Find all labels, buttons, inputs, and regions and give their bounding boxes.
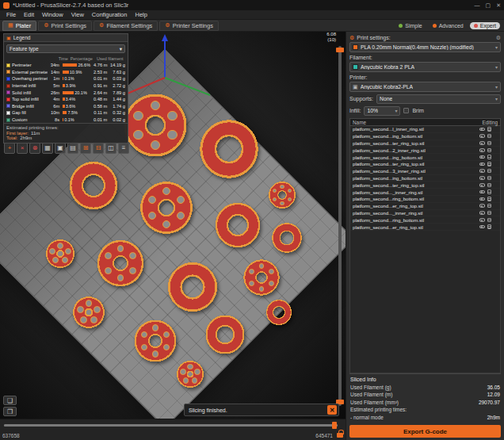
eye-icon[interactable] xyxy=(479,134,485,138)
3d-viewport[interactable]: ▣ Legend Feature type▾ Time Percentage U… xyxy=(0,32,346,419)
supports-dropdown[interactable]: None ▾ xyxy=(376,94,501,104)
model-bearing[interactable] xyxy=(242,258,281,297)
remove-instance-icon[interactable]: ⊟ xyxy=(93,143,104,154)
move-slider[interactable] xyxy=(4,424,338,427)
object-list-row[interactable]: platform_second...ing_bottom.stl xyxy=(350,133,500,140)
object-list-row[interactable]: platform_second...3_inner_ring.stl xyxy=(350,168,500,175)
object-list-row[interactable]: platform_second...ter_ring_top.stl xyxy=(350,182,500,189)
print-settings-dropdown[interactable]: PLA 0.20mm Normal(0.4mm Nozzle) (modifie… xyxy=(349,42,501,52)
edit-settings-icon[interactable] xyxy=(487,162,492,166)
editor-view-icon[interactable]: ❏ xyxy=(3,396,17,405)
tab-filament-settings[interactable]: ⚙Filament Settings xyxy=(94,21,158,31)
object-list-row[interactable]: platform_second...er_ring_top.stl xyxy=(350,203,500,210)
minimize-button[interactable]: — xyxy=(475,2,480,9)
menu-configuration[interactable]: Configuration xyxy=(88,11,132,18)
model-ring[interactable] xyxy=(204,314,246,355)
model-bearing[interactable] xyxy=(268,181,296,209)
preview-view-icon[interactable]: ❐ xyxy=(3,407,17,416)
edit-settings-icon[interactable] xyxy=(487,183,492,188)
eye-icon[interactable] xyxy=(479,204,485,208)
eye-icon[interactable] xyxy=(479,148,485,152)
delete-icon[interactable]: × xyxy=(17,143,28,154)
model-ring[interactable] xyxy=(265,299,292,326)
eye-icon[interactable] xyxy=(479,211,485,215)
edit-settings-icon[interactable] xyxy=(487,189,492,194)
print-settings-gear-icon[interactable]: ⚙ xyxy=(496,35,501,41)
model-bearing[interactable] xyxy=(122,92,189,159)
layer-slider-top-handle[interactable] xyxy=(336,48,344,52)
eye-icon[interactable] xyxy=(479,128,485,132)
tab-printer-settings[interactable]: ⚙Printer Settings xyxy=(159,21,219,31)
eye-icon[interactable] xyxy=(479,155,485,159)
edit-settings-icon[interactable] xyxy=(487,127,492,132)
eye-icon[interactable] xyxy=(479,183,485,187)
model-ring[interactable] xyxy=(271,222,303,254)
eye-icon[interactable] xyxy=(479,141,485,145)
tab-plater[interactable]: ▦Plater xyxy=(2,21,36,31)
printer-dropdown[interactable]: ▣ Anycubic Kobra2-PLA ▾ xyxy=(349,82,501,92)
tab-print-settings[interactable]: ⚙Print Settings xyxy=(38,21,92,31)
menu-window[interactable]: Window xyxy=(38,11,67,18)
eye-icon[interactable] xyxy=(479,176,485,180)
layer-slider[interactable] xyxy=(338,46,342,406)
move-slider-handle[interactable] xyxy=(332,422,337,429)
edit-settings-icon[interactable] xyxy=(487,197,492,201)
maximize-button[interactable]: ▢ xyxy=(486,2,491,9)
lock-icon[interactable] xyxy=(337,433,343,438)
object-list-row[interactable]: platform_second...ring_bottom.stl xyxy=(350,196,500,203)
eye-icon[interactable] xyxy=(479,218,485,222)
object-list-row[interactable]: platform_second...l_inner_ring.stl xyxy=(350,126,500,133)
mode-advanced[interactable]: Advanced xyxy=(429,22,468,29)
toast-close-button[interactable]: ✕ xyxy=(327,405,337,415)
edit-settings-icon[interactable] xyxy=(487,218,492,223)
menu-view[interactable]: View xyxy=(67,11,88,18)
edit-settings-icon[interactable] xyxy=(487,148,492,153)
model-flower[interactable] xyxy=(45,239,75,269)
object-list-row[interactable]: platform_second...ing_bottom.stl xyxy=(350,175,500,182)
split-objects-icon[interactable]: ◫ xyxy=(105,143,116,154)
infill-dropdown[interactable]: 10% ▾ xyxy=(364,106,400,116)
model-bearing[interactable] xyxy=(96,239,145,288)
model-bearing[interactable] xyxy=(133,319,178,363)
object-list-row[interactable]: platform_second..._inner_ring.stl xyxy=(350,189,500,196)
object-list-row[interactable]: platform_second...2_inner_ring.stl xyxy=(350,147,500,154)
add-instance-icon[interactable]: ⊞ xyxy=(80,143,91,154)
edit-settings-icon[interactable] xyxy=(487,141,492,146)
object-list[interactable]: platform_second...l_inner_ring.stlplatfo… xyxy=(349,126,501,373)
model-ring[interactable] xyxy=(214,201,262,249)
model-flower[interactable] xyxy=(176,360,204,388)
edit-settings-icon[interactable] xyxy=(487,169,492,174)
object-list-row[interactable]: platform_second...er_ring_top.stl xyxy=(350,224,500,231)
export-gcode-button[interactable]: Export G-code xyxy=(349,425,501,438)
model-bearing[interactable] xyxy=(139,180,194,235)
paste-icon[interactable]: ▤ xyxy=(67,143,78,154)
edit-settings-icon[interactable] xyxy=(487,155,492,159)
menu-file[interactable]: File xyxy=(2,11,20,18)
edit-settings-icon[interactable] xyxy=(487,204,492,209)
model-flower[interactable] xyxy=(72,296,105,329)
eye-icon[interactable] xyxy=(479,190,485,194)
view-type-dropdown[interactable]: Feature type▾ xyxy=(6,44,125,53)
eye-icon[interactable] xyxy=(479,163,485,166)
model-ring[interactable] xyxy=(166,261,219,313)
variable-layer-height-icon[interactable]: ≡ xyxy=(118,143,129,154)
edit-settings-icon[interactable] xyxy=(487,224,492,229)
menu-edit[interactable]: Edit xyxy=(20,11,38,18)
eye-icon[interactable] xyxy=(479,169,485,173)
filament-dropdown[interactable]: Anycubic Kobra 2 PLA ▾ xyxy=(349,62,501,72)
object-list-row[interactable]: platform_second..._inner_ring.stl xyxy=(350,210,500,217)
object-list-row[interactable]: platform_second...ter_ring_top.stl xyxy=(350,161,500,168)
object-list-row[interactable]: platform_second...ter_ring_top.stl xyxy=(350,140,500,147)
arrange-icon[interactable]: ▦ xyxy=(42,143,53,154)
eye-icon[interactable] xyxy=(479,225,485,229)
mode-simple[interactable]: Simple xyxy=(395,22,426,29)
delete-all-icon[interactable]: ⊗ xyxy=(29,143,40,154)
mode-expert[interactable]: Expert xyxy=(470,22,500,29)
object-list-row[interactable]: platform_second...ing_bottom.stl xyxy=(350,154,500,161)
close-button[interactable]: ✕ xyxy=(496,2,501,9)
brim-checkbox[interactable] xyxy=(403,108,409,113)
copy-icon[interactable]: ▣ xyxy=(55,143,66,154)
add-icon[interactable]: + xyxy=(4,143,15,154)
edit-settings-icon[interactable] xyxy=(487,176,492,181)
edit-settings-icon[interactable] xyxy=(487,134,492,139)
